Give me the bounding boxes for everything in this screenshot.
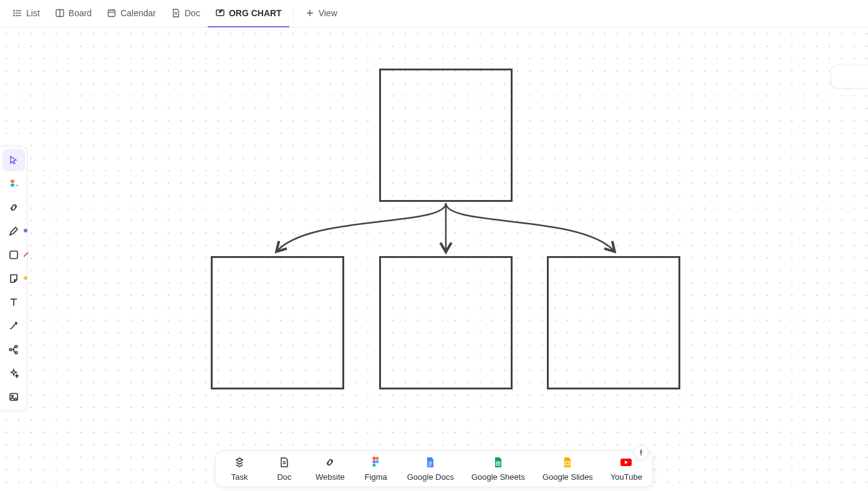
whiteboard-icon (215, 8, 225, 18)
tab-doc[interactable]: Doc (163, 0, 208, 27)
tab-org-chart[interactable]: ORG CHART (208, 0, 289, 27)
tab-calendar[interactable]: Calendar (99, 0, 163, 27)
tab-label: View (319, 8, 337, 18)
tab-label: ORG CHART (229, 8, 282, 18)
tab-label: List (26, 8, 40, 18)
nav-divider (293, 7, 294, 20)
tab-label: Calendar (120, 8, 156, 18)
tab-add-view[interactable]: View (297, 0, 345, 27)
tab-board[interactable]: Board (47, 0, 99, 27)
board-icon (55, 8, 65, 18)
svg-point-5 (14, 15, 14, 16)
view-tabs: List Board Calendar Doc ORG CHART View (0, 0, 868, 27)
tab-label: Doc (185, 8, 200, 18)
tab-list[interactable]: List (5, 0, 47, 27)
svg-point-4 (14, 12, 14, 13)
svg-point-3 (14, 10, 14, 11)
svg-rect-8 (109, 10, 115, 17)
plus-icon (305, 8, 315, 18)
tab-label: Board (69, 8, 92, 18)
calendar-icon (107, 8, 117, 18)
doc-icon (171, 8, 181, 18)
list-icon (12, 8, 22, 18)
